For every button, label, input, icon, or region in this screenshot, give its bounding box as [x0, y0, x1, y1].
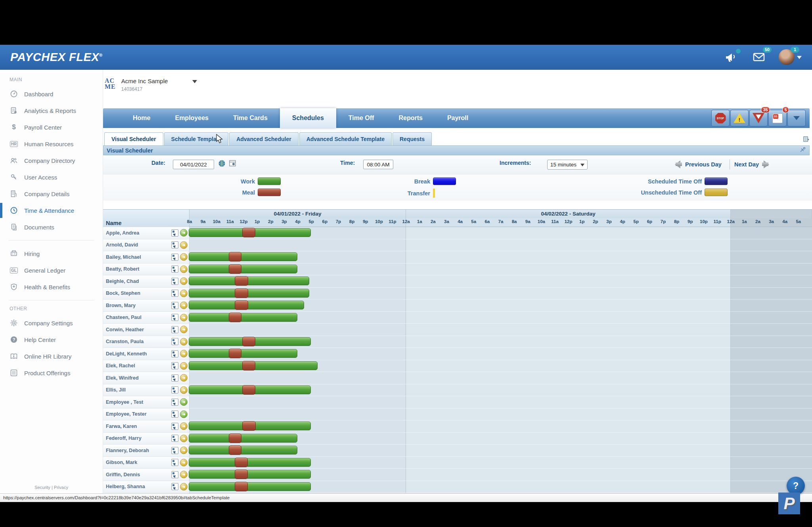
sidebar-item-company-settings[interactable]: Company Settings [0, 315, 103, 331]
employee-timeline[interactable] [190, 239, 812, 252]
work-bar[interactable] [189, 446, 297, 454]
employee-timeline[interactable] [190, 336, 812, 348]
work-bar[interactable] [189, 482, 311, 491]
schedule-detail-icon[interactable] [171, 290, 178, 297]
toolbar-yield-button[interactable]: 35 [749, 110, 768, 126]
schedule-detail-icon[interactable] [171, 471, 178, 478]
meal-segment[interactable] [229, 349, 241, 358]
tab-payroll[interactable]: Payroll [435, 108, 481, 128]
calendar-popup-icon[interactable] [229, 160, 236, 166]
go-arrow-icon[interactable]: ➜ [180, 447, 188, 454]
announcements-icon[interactable] [723, 50, 739, 64]
go-arrow-icon[interactable]: ➜ [180, 265, 188, 273]
time-input[interactable]: 08:00 AM [363, 160, 393, 169]
toolbar-calendar-button[interactable]: 315 [768, 110, 787, 126]
meal-segment[interactable] [235, 288, 248, 298]
go-arrow-icon[interactable]: ➜ [180, 338, 188, 346]
panel-tools-icon[interactable] [800, 147, 806, 154]
tab-time-cards[interactable]: Time Cards [221, 108, 280, 128]
employee-timeline[interactable] [190, 469, 812, 481]
employee-timeline[interactable] [190, 324, 812, 336]
employee-timeline[interactable] [190, 372, 812, 384]
meal-segment[interactable] [242, 228, 255, 237]
sidebar-item-analytics-reports[interactable]: Analytics & Reports [0, 102, 103, 119]
employee-timeline[interactable] [190, 409, 812, 421]
go-arrow-icon[interactable]: ➜ [180, 483, 188, 491]
schedule-detail-icon[interactable] [171, 265, 178, 273]
employee-timeline[interactable] [190, 481, 812, 493]
go-arrow-icon[interactable]: ➜ [180, 277, 188, 285]
go-arrow-icon[interactable]: ➜ [180, 253, 188, 261]
go-arrow-icon[interactable]: ➜ [180, 374, 188, 382]
employee-timeline[interactable] [190, 420, 812, 433]
meal-segment[interactable] [242, 385, 255, 395]
employee-timeline[interactable] [190, 312, 812, 324]
increments-select[interactable]: 15 minutes [547, 160, 588, 170]
employee-timeline[interactable] [190, 275, 812, 288]
previous-day-button[interactable]: Previous Day [671, 160, 722, 168]
employee-timeline[interactable] [190, 227, 812, 239]
work-bar[interactable] [189, 313, 297, 322]
schedule-detail-icon[interactable] [171, 241, 178, 248]
meal-segment[interactable] [235, 458, 247, 467]
sidebar-item-health-benefits[interactable]: Health & Benefits [0, 279, 103, 295]
schedule-detail-icon[interactable] [171, 278, 178, 285]
schedule-detail-icon[interactable] [171, 374, 178, 382]
schedule-detail-icon[interactable] [171, 338, 178, 345]
subtab-advanced-scheduler[interactable]: Advanced Scheduler [229, 132, 299, 145]
employee-timeline[interactable] [190, 348, 812, 360]
schedule-detail-icon[interactable] [171, 362, 178, 369]
globe-icon[interactable] [218, 160, 226, 167]
go-arrow-icon[interactable]: ➜ [180, 362, 188, 370]
meal-segment[interactable] [235, 470, 247, 479]
go-arrow-icon[interactable]: ➜ [180, 471, 188, 478]
employee-timeline[interactable] [190, 300, 812, 312]
sidebar-item-payroll-center[interactable]: $Payroll Center [0, 119, 103, 136]
employee-timeline[interactable] [190, 445, 812, 457]
sidebar-item-online-hr-library[interactable]: Online HR Library [0, 348, 103, 365]
meal-segment[interactable] [229, 313, 241, 322]
meal-segment[interactable] [235, 482, 247, 491]
toolbar-dropdown-button[interactable] [787, 110, 806, 126]
sidebar-item-time-attendance[interactable]: Time & Attendance [0, 202, 103, 219]
meal-segment[interactable] [235, 300, 248, 310]
meal-segment[interactable] [242, 361, 255, 370]
go-arrow-icon[interactable]: ➜ [180, 411, 188, 418]
schedule-detail-icon[interactable] [171, 423, 178, 430]
subtab-requests[interactable]: Requests [393, 132, 432, 145]
company-dropdown-icon[interactable] [192, 80, 197, 86]
employee-timeline[interactable] [190, 384, 812, 397]
grid-export-icon[interactable] [803, 136, 810, 144]
employee-timeline[interactable] [190, 360, 812, 372]
work-bar[interactable] [189, 289, 309, 298]
sidebar-item-company-details[interactable]: Company Details [0, 185, 103, 202]
tab-employees[interactable]: Employees [163, 108, 220, 128]
toolbar-warning-button[interactable]: ! [730, 110, 749, 126]
sidebar-item-dashboard[interactable]: Dashboard [0, 86, 103, 102]
schedule-detail-icon[interactable] [171, 302, 178, 309]
sidebar-item-help-center[interactable]: ?Help Center [0, 331, 103, 348]
meal-segment[interactable] [229, 264, 241, 274]
go-arrow-icon[interactable]: ➜ [180, 459, 188, 466]
schedule-detail-icon[interactable] [171, 447, 178, 454]
sidebar-item-documents[interactable]: Documents [0, 219, 103, 235]
employee-timeline[interactable] [190, 433, 812, 445]
work-bar[interactable] [189, 434, 297, 443]
meal-segment[interactable] [229, 433, 241, 443]
meal-segment[interactable] [235, 276, 248, 286]
go-arrow-icon[interactable]: ➜ [180, 435, 188, 442]
go-arrow-icon[interactable]: ➜ [180, 314, 188, 321]
tab-reports[interactable]: Reports [386, 108, 435, 128]
work-bar[interactable] [189, 277, 309, 285]
sidebar-item-user-access[interactable]: User Access [0, 169, 103, 185]
meal-segment[interactable] [229, 445, 241, 455]
schedule-detail-icon[interactable] [171, 411, 178, 418]
user-menu[interactable]: 1 [779, 50, 802, 64]
go-arrow-icon[interactable]: ➜ [180, 229, 188, 237]
inbox-icon[interactable]: 50 [751, 50, 767, 64]
meal-segment[interactable] [229, 252, 241, 262]
work-bar[interactable] [189, 252, 297, 261]
schedule-detail-icon[interactable] [171, 314, 178, 321]
schedule-detail-icon[interactable] [171, 483, 178, 490]
sidebar-item-product-offerings[interactable]: Product Offerings [0, 365, 103, 381]
